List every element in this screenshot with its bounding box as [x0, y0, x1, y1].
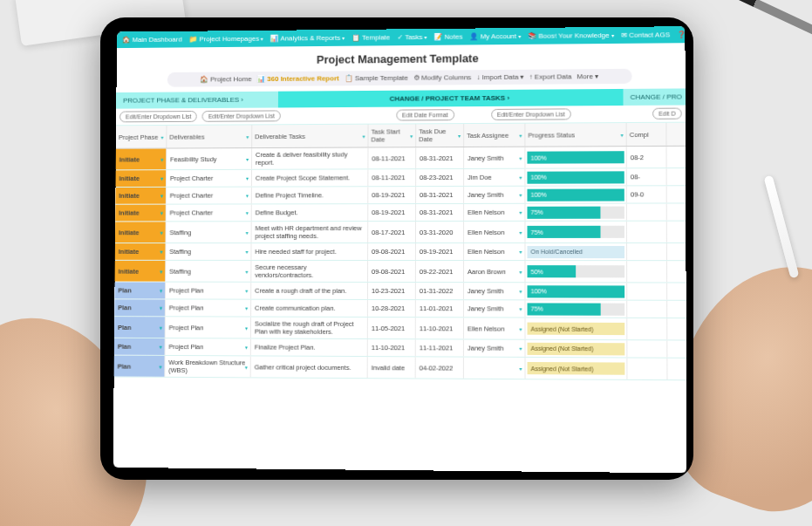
cell-task[interactable]: Socialize the rough draft of Project Pla… [251, 318, 368, 338]
edit-dropdown-deliv-button[interactable]: Edit/Enter Dropdown List [202, 110, 281, 121]
cell-task[interactable]: Meet with HR department and review proje… [252, 222, 369, 243]
cell-completion[interactable]: 08- [627, 168, 667, 185]
cell-assignee[interactable]: Janey Smith▾ [464, 283, 526, 299]
cell-assignee[interactable]: Janey Smith▾ [464, 187, 525, 203]
cell-progress[interactable]: 100% [525, 168, 626, 185]
cell-completion[interactable] [627, 318, 667, 340]
nav-my-account[interactable]: 👤 My Account ▾ [469, 32, 521, 41]
edit-dropdown-assignee-button[interactable]: Edit/Enter Dropdown List [491, 108, 571, 120]
cell-start-date[interactable]: 08-11-2021 [368, 147, 416, 168]
cell-phase[interactable]: Initiate▾ [115, 205, 167, 222]
cell-task[interactable]: Create communication plan. [251, 300, 368, 317]
nav-faq[interactable]: ❓ FAQ [677, 31, 685, 38]
group-team-tasks[interactable]: CHANGE / PROJECT TEAM TASKS › [278, 89, 624, 108]
cell-assignee[interactable]: Janey Smith▾ [464, 300, 526, 317]
cell-completion[interactable] [627, 222, 667, 243]
cell-completion[interactable] [627, 340, 667, 357]
cell-start-date[interactable]: 08-19-2021 [368, 187, 416, 203]
edit-dropdown-compl-button[interactable]: Edit D [652, 108, 682, 120]
cell-start-date[interactable]: 10-23-2021 [368, 283, 416, 299]
cell-due-date[interactable]: 11-11-2021 [416, 339, 464, 356]
header-progress-status[interactable]: Progress Status▾ [525, 123, 626, 147]
cell-completion[interactable] [627, 243, 667, 260]
cell-phase[interactable]: Plan▾ [114, 356, 166, 377]
subnav-more[interactable]: More ▾ [577, 72, 598, 80]
cell-assignee[interactable]: Ellen Nelson▾ [464, 318, 526, 338]
cell-phase[interactable]: Initiate▾ [115, 243, 167, 260]
subnav-modify-columns[interactable]: ⚙ Modify Columns [413, 73, 471, 81]
cell-due-date[interactable]: 08-23-2021 [416, 169, 464, 186]
nav-main-dashboard[interactable]: 🏠 Main Dashboard [122, 36, 182, 44]
subnav-export-data[interactable]: ↑ Export Data [529, 72, 572, 80]
cell-due-date[interactable]: 01-31-2022 [416, 283, 464, 299]
cell-task[interactable]: Hire needed staff for project. [251, 243, 368, 260]
cell-phase[interactable]: Initiate▾ [116, 149, 167, 170]
header-project-phase[interactable]: Project Phase▾ [116, 126, 167, 148]
cell-due-date[interactable]: 11-10-2021 [416, 318, 464, 338]
cell-phase[interactable]: Plan▾ [114, 299, 166, 316]
cell-task[interactable]: Define Project Timeline. [252, 187, 369, 203]
cell-due-date[interactable]: 11-01-2021 [416, 300, 464, 317]
cell-start-date[interactable]: 09-08-2021 [368, 261, 416, 282]
cell-deliverable[interactable]: Work Breakdown Structure (WBS)▾ [165, 356, 251, 377]
cell-deliverable[interactable]: Staffing▾ [166, 243, 251, 260]
cell-phase[interactable]: Initiate▾ [115, 261, 167, 282]
cell-task[interactable]: Secure necessary vendors/contractors. [251, 261, 368, 282]
cell-deliverable[interactable]: Project Plan▾ [166, 283, 251, 299]
cell-progress[interactable]: 75% [525, 222, 627, 243]
cell-start-date[interactable]: 08-11-2021 [368, 169, 416, 186]
cell-deliverable[interactable]: Project Charter▾ [167, 170, 252, 187]
cell-completion[interactable] [627, 203, 667, 220]
header-task-due-date[interactable]: Task Due Date▾ [416, 124, 464, 147]
cell-progress[interactable]: 75% [526, 300, 628, 318]
cell-phase[interactable]: Initiate▾ [115, 188, 167, 204]
cell-phase[interactable]: Plan▾ [114, 317, 166, 338]
cell-assignee[interactable]: Janey Smith▾ [464, 147, 525, 168]
cell-task[interactable]: Gather critical project documents. [251, 356, 368, 378]
subnav-project-home[interactable]: 🏠 Project Home [200, 75, 251, 83]
nav-notes[interactable]: 📝 Notes [433, 33, 462, 41]
header-task-start-date[interactable]: Task Start Date▾ [368, 124, 416, 147]
cell-due-date[interactable]: 09-22-2021 [416, 261, 464, 282]
cell-phase[interactable]: Plan▾ [114, 338, 166, 355]
header-deliverables[interactable]: Deliverables▾ [167, 125, 252, 147]
nav-boost-your-knowledge[interactable]: 📚 Boost Your Knowledge ▾ [528, 31, 614, 40]
header-completion[interactable]: Compl [627, 123, 667, 146]
cell-progress[interactable]: 50% [525, 261, 627, 282]
cell-due-date[interactable]: 08-31-2021 [416, 204, 464, 221]
cell-assignee[interactable]: ▾ [464, 358, 526, 379]
cell-phase[interactable]: Plan▾ [114, 283, 166, 299]
nav-analytics-reports[interactable]: 📊 Analytics & Reports ▾ [270, 34, 345, 43]
cell-assignee[interactable]: Jim Doe▾ [464, 169, 525, 186]
cell-deliverable[interactable]: Staffing▾ [166, 261, 251, 282]
cell-deliverable[interactable]: Project Charter▾ [167, 204, 252, 221]
cell-completion[interactable] [627, 261, 667, 282]
subnav-sample-template[interactable]: 📋 Sample Template [345, 74, 408, 82]
cell-completion[interactable]: 08-2 [627, 147, 667, 167]
cell-deliverable[interactable]: Project Plan▾ [166, 299, 251, 316]
cell-completion[interactable] [627, 301, 667, 318]
cell-progress[interactable]: Assigned (Not Started) [526, 340, 628, 358]
cell-due-date[interactable]: 09-19-2021 [416, 243, 464, 260]
cell-phase[interactable]: Initiate▾ [115, 222, 167, 243]
cell-deliverable[interactable]: Feasibility Study▾ [167, 148, 252, 169]
cell-task[interactable]: Finalize Project Plan. [251, 338, 368, 356]
cell-due-date[interactable]: 08-31-2021 [416, 147, 464, 168]
header-task-assignee[interactable]: Task Assignee▾ [464, 124, 525, 147]
nav-project-homepages[interactable]: 📁 Project Homepages ▾ [188, 35, 263, 44]
cell-task[interactable]: Define Budget. [252, 204, 369, 221]
subnav-import-data[interactable]: ↓ Import Data ▾ [476, 73, 523, 81]
cell-progress[interactable]: 100% [525, 186, 626, 202]
cell-progress[interactable]: Assigned (Not Started) [526, 318, 628, 340]
group-phase-deliverables[interactable]: PROJECT PHASE & DELIVERABLES › [116, 92, 278, 109]
header-deliverable-tasks[interactable]: Deliverable Tasks▾ [252, 125, 368, 147]
nav-contact-ags[interactable]: ✉ Contact AGS [621, 31, 670, 39]
subnav--interactive-report[interactable]: 📊 360 Interactive Report [256, 74, 338, 83]
cell-deliverable[interactable]: Project Plan▾ [166, 317, 251, 338]
cell-start-date[interactable]: 08-17-2021 [368, 222, 416, 243]
cell-assignee[interactable]: Ellen Nelson▾ [464, 222, 525, 243]
cell-completion[interactable] [627, 283, 667, 299]
cell-deliverable[interactable]: Project Charter▾ [167, 188, 252, 204]
cell-start-date[interactable]: 11-10-2021 [368, 339, 416, 356]
cell-progress[interactable]: 100% [525, 147, 626, 168]
